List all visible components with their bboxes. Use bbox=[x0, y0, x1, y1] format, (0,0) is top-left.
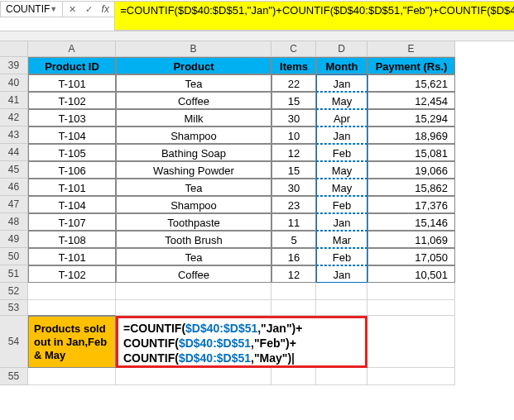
row-header[interactable]: 41 bbox=[0, 92, 28, 109]
cell-payment[interactable]: 17,050 bbox=[367, 248, 455, 265]
cell-payment[interactable]: 12,454 bbox=[367, 92, 455, 109]
row-header[interactable]: 46 bbox=[0, 179, 28, 196]
cell-month[interactable]: May bbox=[316, 161, 367, 179]
cell-month[interactable]: Feb bbox=[316, 196, 367, 213]
cell-items[interactable]: 30 bbox=[271, 179, 316, 196]
cell-items[interactable]: 12 bbox=[271, 144, 316, 161]
empty-cell[interactable] bbox=[367, 300, 455, 316]
cell-payment[interactable]: 15,146 bbox=[367, 213, 455, 231]
cell-payment[interactable]: 15,862 bbox=[367, 179, 455, 196]
cell-items[interactable]: 15 bbox=[271, 92, 316, 109]
cell-product[interactable]: Toothpaste bbox=[116, 213, 271, 231]
cell-month[interactable]: Feb bbox=[316, 144, 367, 161]
empty-cell[interactable] bbox=[116, 283, 271, 300]
cell-product[interactable]: Coffee bbox=[116, 265, 271, 283]
cell-payment[interactable]: 11,069 bbox=[367, 231, 455, 248]
empty-cell[interactable] bbox=[28, 368, 116, 385]
row-header[interactable]: 53 bbox=[0, 300, 28, 316]
cell-product-id[interactable]: T-108 bbox=[28, 231, 116, 248]
row-header[interactable]: 43 bbox=[0, 126, 28, 144]
cell-items[interactable]: 11 bbox=[271, 213, 316, 231]
row-header[interactable]: 52 bbox=[0, 283, 28, 300]
fx-icon[interactable]: fx bbox=[99, 3, 111, 15]
summary-label[interactable]: Products sold out in Jan,Feb & May bbox=[28, 316, 116, 368]
cell-month[interactable]: Jan bbox=[316, 74, 367, 92]
row-header[interactable]: 48 bbox=[0, 213, 28, 231]
formula-input[interactable]: =COUNTIF($D$40:$D$51,"Jan")+COUNTIF($D$4… bbox=[114, 1, 514, 31]
select-all-corner[interactable] bbox=[0, 41, 28, 57]
row-header[interactable]: 49 bbox=[0, 231, 28, 248]
row-header[interactable]: 39 bbox=[0, 57, 28, 74]
cell-product[interactable]: Coffee bbox=[116, 92, 271, 109]
cell-product-id[interactable]: T-104 bbox=[28, 126, 116, 144]
col-header-b[interactable]: B bbox=[116, 41, 271, 57]
cell-items[interactable]: 15 bbox=[271, 161, 316, 179]
header-payment[interactable]: Payment (Rs.) bbox=[367, 57, 455, 74]
row-header[interactable]: 42 bbox=[0, 109, 28, 126]
header-product[interactable]: Product bbox=[116, 57, 271, 74]
empty-cell[interactable] bbox=[271, 300, 316, 316]
cell-items[interactable]: 22 bbox=[271, 74, 316, 92]
col-header-c[interactable]: C bbox=[271, 41, 316, 57]
cell-product[interactable]: Tea bbox=[116, 74, 271, 92]
cell-payment[interactable]: 17,376 bbox=[367, 196, 455, 213]
row-header[interactable]: 55 bbox=[0, 368, 28, 385]
cell-product-id[interactable]: T-102 bbox=[28, 92, 116, 109]
cell-items[interactable]: 23 bbox=[271, 196, 316, 213]
row-header[interactable]: 44 bbox=[0, 144, 28, 161]
row-header[interactable]: 47 bbox=[0, 196, 28, 213]
empty-cell[interactable] bbox=[316, 368, 367, 385]
cell-product[interactable]: Shampoo bbox=[116, 126, 271, 144]
cell-items[interactable]: 16 bbox=[271, 248, 316, 265]
empty-cell[interactable] bbox=[367, 316, 455, 368]
accept-icon[interactable]: ✓ bbox=[83, 4, 94, 15]
cell-product-id[interactable]: T-104 bbox=[28, 196, 116, 213]
cell-payment[interactable]: 15,621 bbox=[367, 74, 455, 92]
cell-product[interactable]: Tooth Brush bbox=[116, 231, 271, 248]
col-header-e[interactable]: E bbox=[367, 41, 455, 57]
cancel-icon[interactable]: ✕ bbox=[66, 4, 78, 15]
cell-month[interactable]: Jan bbox=[316, 126, 367, 144]
cell-month[interactable]: Mar bbox=[316, 231, 367, 248]
empty-cell[interactable] bbox=[28, 300, 116, 316]
cell-product[interactable]: Washing Powder bbox=[116, 161, 271, 179]
cell-month[interactable]: Feb bbox=[316, 248, 367, 265]
row-header[interactable]: 54 bbox=[0, 316, 28, 368]
name-box[interactable]: COUNTIF ▼ bbox=[0, 1, 63, 17]
cell-product[interactable]: Milk bbox=[116, 109, 271, 126]
cell-month[interactable]: May bbox=[316, 179, 367, 196]
cell-payment[interactable]: 15,294 bbox=[367, 109, 455, 126]
empty-cell[interactable] bbox=[316, 283, 367, 300]
cell-items[interactable]: 5 bbox=[271, 231, 316, 248]
chevron-down-icon[interactable]: ▼ bbox=[50, 5, 57, 13]
row-header[interactable]: 40 bbox=[0, 74, 28, 92]
cell-items[interactable]: 12 bbox=[271, 265, 316, 283]
cell-product-id[interactable]: T-101 bbox=[28, 179, 116, 196]
cell-product-id[interactable]: T-107 bbox=[28, 213, 116, 231]
cell-month[interactable]: Jan bbox=[316, 213, 367, 231]
cell-product[interactable]: Tea bbox=[116, 179, 271, 196]
cell-items[interactable]: 10 bbox=[271, 126, 316, 144]
cell-product[interactable]: Shampoo bbox=[116, 196, 271, 213]
row-header[interactable]: 50 bbox=[0, 248, 28, 265]
cell-product-id[interactable]: T-103 bbox=[28, 109, 116, 126]
cell-product-id[interactable]: T-106 bbox=[28, 161, 116, 179]
empty-cell[interactable] bbox=[116, 300, 271, 316]
row-header[interactable]: 51 bbox=[0, 265, 28, 283]
empty-cell[interactable] bbox=[367, 283, 455, 300]
cell-payment[interactable]: 10,501 bbox=[367, 265, 455, 283]
empty-cell[interactable] bbox=[271, 368, 316, 385]
empty-cell[interactable] bbox=[28, 283, 116, 300]
header-items[interactable]: Items bbox=[271, 57, 316, 74]
col-header-d[interactable]: D bbox=[316, 41, 367, 57]
row-header[interactable]: 45 bbox=[0, 161, 28, 179]
cell-product-id[interactable]: T-102 bbox=[28, 265, 116, 283]
empty-cell[interactable] bbox=[316, 300, 367, 316]
cell-product[interactable]: Bathing Soap bbox=[116, 144, 271, 161]
cell-product-id[interactable]: T-101 bbox=[28, 248, 116, 265]
cell-payment[interactable]: 19,066 bbox=[367, 161, 455, 179]
cell-product-id[interactable]: T-105 bbox=[28, 144, 116, 161]
cell-month[interactable]: Apr bbox=[316, 109, 367, 126]
cell-payment[interactable]: 15,081 bbox=[367, 144, 455, 161]
cell-product-id[interactable]: T-101 bbox=[28, 74, 116, 92]
